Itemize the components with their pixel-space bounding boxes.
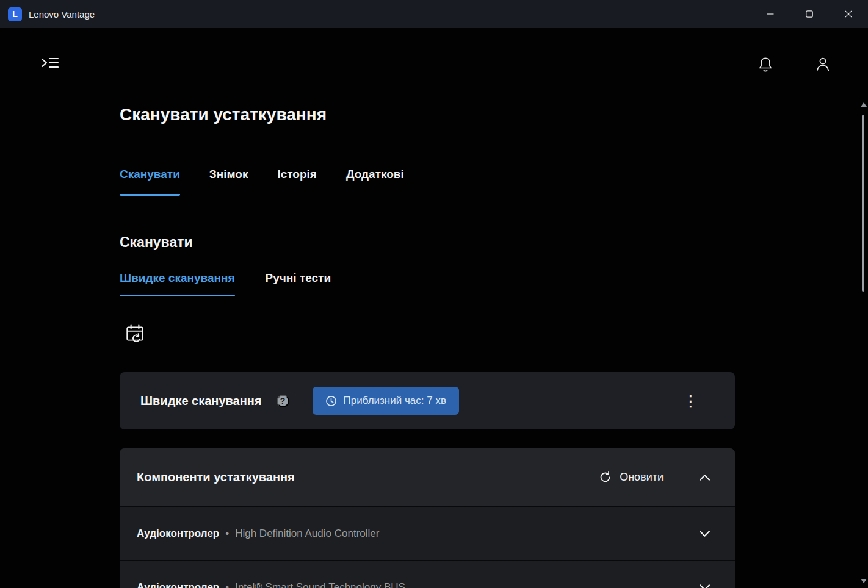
expand-button[interactable] [699, 531, 711, 537]
tab-label: Історія [277, 168, 316, 181]
quick-scan-title: Швидке сканування [140, 394, 262, 408]
component-name: Аудіоконтролер [137, 581, 219, 588]
help-icon[interactable]: ? [277, 395, 289, 407]
subtab-manual-tests[interactable]: Ручні тести [266, 271, 331, 296]
tab-snapshot[interactable]: Знімок [209, 167, 248, 196]
page-title: Сканувати устаткування [120, 104, 735, 126]
sidebar-toggle-icon [40, 56, 59, 70]
calendar-refresh-icon [125, 323, 145, 344]
subtab-label: Ручні тести [266, 271, 331, 284]
hardware-components-card: Компоненти устаткування Оновити [120, 448, 735, 588]
subtab-quick-scan[interactable]: Швидке сканування [120, 271, 235, 296]
tab-additional[interactable]: Додаткові [346, 167, 404, 196]
window-title: Lenovo Vantage [29, 9, 95, 20]
bullet-separator: • [225, 528, 229, 540]
sidebar-toggle-button[interactable] [40, 56, 59, 71]
lenovo-logo-icon: L [8, 7, 22, 21]
close-button[interactable] [829, 0, 868, 28]
tab-label: Сканувати [120, 168, 180, 181]
quick-scan-card: Швидке сканування ? Приблизний час: 7 хв… [120, 372, 735, 429]
components-header: Компоненти устаткування Оновити [120, 448, 735, 506]
tab-history[interactable]: Історія [277, 167, 316, 196]
scrollbar-up-icon[interactable] [861, 102, 867, 107]
vertical-scrollbar[interactable] [858, 99, 868, 588]
tab-label: Знімок [209, 168, 248, 181]
tab-label: Додаткові [346, 168, 404, 181]
topbar-actions [758, 56, 830, 74]
window-controls [751, 0, 868, 28]
refresh-icon [599, 471, 612, 484]
subtab-label: Швидке сканування [120, 271, 235, 284]
refresh-button[interactable]: Оновити [599, 471, 664, 484]
component-name: Аудіоконтролер [137, 528, 219, 540]
titlebar: L Lenovo Vantage [0, 0, 868, 28]
estimated-time-badge[interactable]: Приблизний час: 7 хв [313, 387, 459, 415]
component-row-audio-hd[interactable]: Аудіоконтролер • High Definition Audio C… [120, 506, 735, 560]
minimize-button[interactable] [751, 0, 790, 28]
bullet-separator: • [225, 581, 229, 588]
scrollbar-thumb[interactable] [862, 115, 864, 292]
maximize-icon [806, 10, 813, 18]
estimated-time-label: Приблизний час: 7 хв [344, 395, 446, 407]
component-value: Intel® Smart Sound Technology BUS [235, 581, 405, 588]
schedule-scan-button[interactable] [125, 323, 145, 346]
logo-letter: L [12, 9, 18, 19]
minimize-icon [767, 10, 774, 18]
account-button[interactable] [816, 56, 830, 74]
maximize-button[interactable] [790, 0, 829, 28]
person-icon [816, 56, 830, 72]
bell-icon [758, 56, 773, 72]
components-title: Компоненти устаткування [137, 470, 295, 484]
close-icon [845, 10, 852, 18]
content-area: Сканувати устаткування Сканувати Знімок … [0, 28, 868, 588]
section-heading: Сканувати [120, 233, 735, 251]
main-tabs: Сканувати Знімок Історія Додаткові [120, 167, 735, 196]
component-value: High Definition Audio Controller [235, 528, 379, 540]
component-row-audio-intel[interactable]: Аудіоконтролер • Intel® Smart Sound Tech… [120, 560, 735, 588]
tab-scan[interactable]: Сканувати [120, 167, 180, 196]
expand-button[interactable] [699, 584, 711, 588]
notifications-button[interactable] [758, 56, 773, 74]
app-window: L Lenovo Vantage [0, 0, 868, 588]
scan-subtabs: Швидке сканування Ручні тести [120, 271, 735, 296]
scrollbar-down-icon[interactable] [861, 579, 867, 583]
more-options-button[interactable]: ⋮ [683, 393, 698, 409]
chevron-down-icon [699, 584, 711, 588]
chevron-down-icon [699, 531, 711, 537]
clock-icon [325, 395, 337, 407]
chevron-up-icon [699, 474, 711, 481]
collapse-button[interactable] [699, 474, 711, 481]
refresh-label: Оновити [620, 471, 664, 484]
main-column: Сканувати устаткування Сканувати Знімок … [120, 28, 735, 588]
